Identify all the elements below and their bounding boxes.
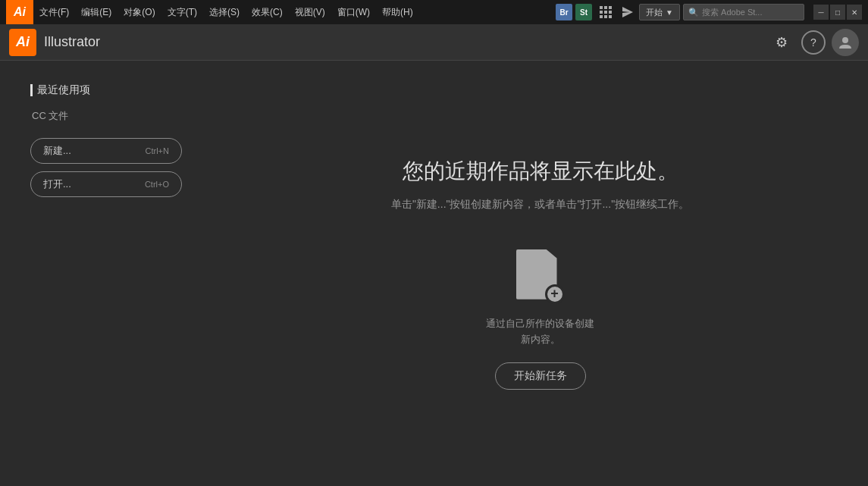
main-content: 最近使用项 CC 文件 新建... Ctrl+N 打开... Ctrl+O 您的…: [0, 61, 868, 486]
file-plus-icon: +: [545, 284, 565, 304]
app-logo: Ai: [9, 29, 36, 56]
open-button-label: 打开...: [43, 177, 71, 191]
start-button[interactable]: 开始 ▼: [639, 4, 680, 20]
file-new-icon: +: [516, 249, 565, 304]
title-bar-right: Br St 开始 ▼ 🔍 搜索 Adobe St... ─ □ ✕: [556, 4, 862, 20]
left-panel: 最近使用项 CC 文件 新建... Ctrl+N 打开... Ctrl+O: [0, 61, 212, 486]
os-logo: Ai: [6, 0, 33, 24]
app-title-bar: Ai Illustrator ⚙ ?: [0, 24, 868, 61]
close-button[interactable]: ✕: [847, 5, 862, 20]
open-button-shortcut: Ctrl+O: [145, 180, 169, 189]
new-button-shortcut: Ctrl+N: [146, 146, 169, 155]
menu-help[interactable]: 帮助(H): [376, 0, 419, 24]
menu-view[interactable]: 视图(V): [289, 0, 331, 24]
minimize-button[interactable]: ─: [813, 5, 829, 20]
main-heading: 您的近期作品将显示在此处。: [403, 157, 678, 186]
settings-button[interactable]: ⚙: [768, 29, 795, 56]
menu-edit[interactable]: 编辑(E): [75, 0, 118, 24]
start-new-task-button[interactable]: 开始新任务: [495, 362, 586, 390]
app-title-right: ⚙ ?: [768, 29, 859, 56]
menu-object[interactable]: 对象(O): [118, 0, 161, 24]
send-icon[interactable]: [619, 4, 636, 20]
user-avatar[interactable]: [832, 29, 859, 56]
open-button[interactable]: 打开... Ctrl+O: [30, 171, 182, 197]
layout-grid-icon[interactable]: [595, 4, 616, 20]
os-title-bar: Ai 文件(F) 编辑(E) 对象(O) 文字(T) 选择(S) 效果(C) 视…: [0, 0, 868, 24]
sub-heading: 单击"新建..."按钮创建新内容，或者单击"打开..."按钮继续工作。: [391, 198, 689, 212]
menu-window[interactable]: 窗口(W): [331, 0, 376, 24]
menu-effect[interactable]: 效果(C): [246, 0, 289, 24]
menu-select[interactable]: 选择(S): [203, 0, 246, 24]
cc-files-item[interactable]: CC 文件: [32, 109, 194, 123]
window-controls: ─ □ ✕: [813, 5, 862, 20]
recent-section-title: 最近使用项: [30, 83, 194, 97]
adobe-search-input[interactable]: 🔍 搜索 Adobe St...: [683, 4, 804, 20]
menu-bar: 文件(F) 编辑(E) 对象(O) 文字(T) 选择(S) 效果(C) 视图(V…: [33, 0, 556, 24]
app-title-text: Illustrator: [44, 34, 100, 50]
file-description: 通过自己所作的设备创建 新内容。: [486, 316, 594, 348]
svg-marker-0: [622, 7, 633, 17]
menu-file[interactable]: 文件(F): [33, 0, 75, 24]
maximize-button[interactable]: □: [830, 5, 845, 20]
right-panel: 您的近期作品将显示在此处。 单击"新建..."按钮创建新内容，或者单击"打开..…: [212, 61, 868, 486]
new-button[interactable]: 新建... Ctrl+N: [30, 138, 182, 164]
new-button-label: 新建...: [43, 144, 71, 158]
bridge-icon[interactable]: Br: [556, 4, 572, 20]
menu-text[interactable]: 文字(T): [161, 0, 203, 24]
svg-point-1: [842, 37, 848, 43]
stock-icon[interactable]: St: [575, 4, 592, 20]
help-button[interactable]: ?: [801, 30, 826, 55]
